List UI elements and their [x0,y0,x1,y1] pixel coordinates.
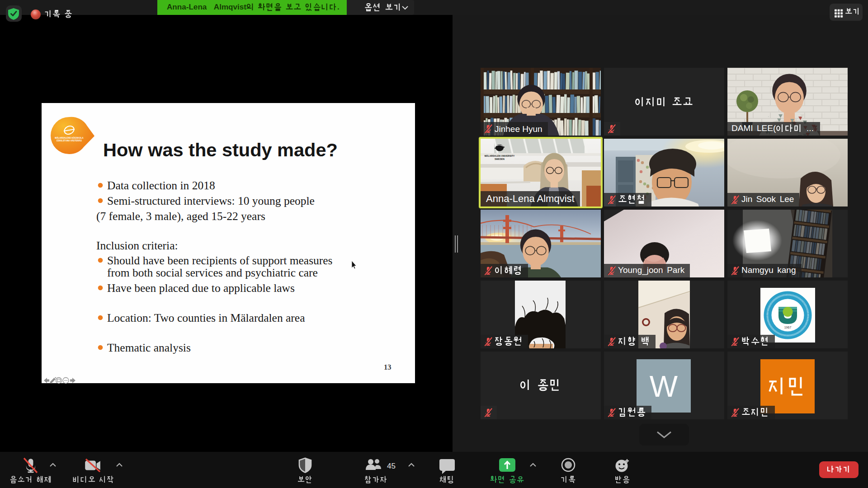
svg-text:...: ... [807,123,814,133]
svg-text:Anna-Lena Almqvist: Anna-Lena Almqvist [486,193,575,204]
svg-text:Sook: Sook [756,194,776,204]
svg-text:Jin: Jin [741,194,752,204]
svg-text:Data collection in 2018: Data collection in 2018 [107,179,215,192]
svg-text:Jinhee Hyun: Jinhee Hyun [495,124,542,134]
svg-text:Inclusion criteria:: Inclusion criteria: [96,239,178,252]
svg-text:Park: Park [667,265,685,275]
svg-text:Anna-Lena: Anna-Lena [167,3,207,11]
svg-text:Young_joon: Young_joon [618,265,663,275]
svg-text:How was the study made?: How was the study made? [103,139,338,160]
svg-text:13: 13 [384,363,392,371]
svg-text:Almqvist: Almqvist [214,3,246,11]
svg-text:(7 female, 3 male), aged 15-22: (7 female, 3 male), aged 15-22 years [96,210,265,223]
svg-text:Thematic analysis: Thematic analysis [107,341,191,354]
svg-text:Have been placed due to applic: Have been placed due to applicable laws [107,282,295,295]
svg-text:Namgyu: Namgyu [741,265,774,275]
svg-text:kang: kang [777,265,796,275]
svg-text:LEE(: LEE( [757,123,776,133]
svg-text:Should have been recipients of: Should have been recipients of support m… [107,254,333,267]
svg-text:Location: Two counties in Mäla: Location: Two counties in Mälardalen are… [107,311,305,324]
svg-text:DAMI: DAMI [731,123,753,133]
svg-text:Semi-structured interviews: 10: Semi-structured interviews: 10 young peo… [107,194,315,207]
svg-text:Lee: Lee [780,194,794,204]
svg-text:ESKILSTUNA VÄSTERÅS: ESKILSTUNA VÄSTERÅS [57,139,81,142]
svg-text:SWEDEN: SWEDEN [495,158,505,160]
svg-text:.: . [337,3,340,11]
svg-text:1967: 1967 [784,326,792,329]
svg-text:from both social services and: from both social services and psychiatri… [107,266,318,279]
svg-text:W: W [650,370,678,403]
svg-text:MÄLARDALENS HÖGSKOLA: MÄLARDALENS HÖGSKOLA [55,136,84,139]
svg-text:45: 45 [387,462,396,470]
svg-text:MÄLARDALEN UNIVERSITY: MÄLARDALEN UNIVERSITY [485,155,515,157]
